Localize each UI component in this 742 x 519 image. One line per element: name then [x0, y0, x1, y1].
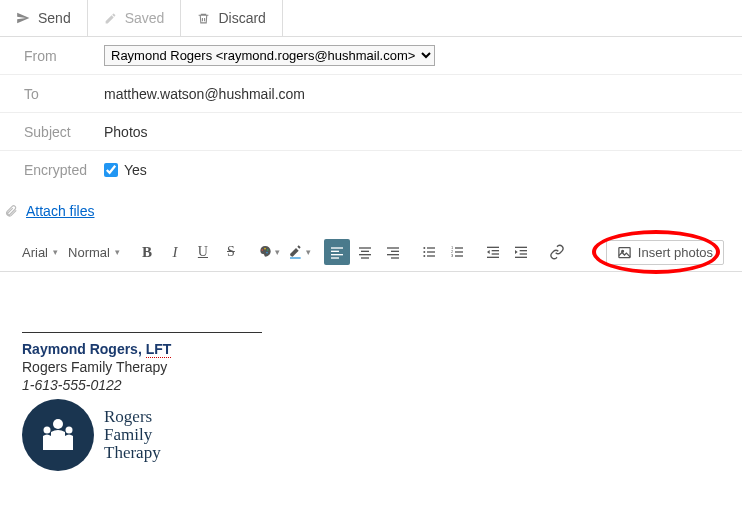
svg-rect-33 — [515, 247, 527, 248]
chevron-down-icon: ▾ — [275, 247, 280, 257]
svg-rect-13 — [387, 247, 399, 248]
svg-rect-8 — [331, 257, 339, 258]
svg-rect-11 — [359, 254, 371, 255]
editor-toolbar: Arial▾ Normal▾ B I U S ▾ ▾ 123 — [0, 233, 742, 272]
align-right-button[interactable] — [380, 239, 406, 265]
svg-rect-10 — [361, 251, 369, 252]
svg-rect-22 — [427, 255, 435, 256]
from-row: From Raymond Rogers <raymond.rogers@hush… — [0, 37, 742, 75]
svg-point-18 — [423, 251, 425, 253]
svg-rect-36 — [515, 257, 527, 258]
svg-point-40 — [44, 427, 51, 434]
outdent-button[interactable] — [480, 239, 506, 265]
svg-rect-20 — [427, 247, 435, 248]
svg-point-2 — [267, 249, 269, 251]
subject-value[interactable]: Photos — [104, 124, 742, 140]
paper-plane-icon — [16, 11, 30, 25]
svg-rect-15 — [387, 254, 399, 255]
to-label: To — [24, 86, 104, 102]
subject-row: Subject Photos — [0, 113, 742, 151]
svg-rect-21 — [427, 251, 435, 252]
svg-rect-26 — [455, 247, 463, 248]
svg-point-41 — [66, 427, 73, 434]
svg-rect-31 — [492, 253, 499, 254]
svg-rect-29 — [487, 247, 499, 248]
trash-icon — [197, 12, 210, 25]
bold-button[interactable]: B — [134, 239, 160, 265]
encrypted-label: Encrypted — [24, 162, 104, 178]
svg-rect-28 — [455, 255, 463, 256]
encrypted-checkbox[interactable] — [104, 163, 118, 177]
chevron-down-icon: ▾ — [53, 247, 58, 257]
saved-button[interactable]: Saved — [88, 0, 182, 36]
to-value[interactable]: matthew.watson@hushmail.com — [104, 86, 742, 102]
subject-label: Subject — [24, 124, 104, 140]
numbered-list-button[interactable]: 123 — [444, 239, 470, 265]
svg-rect-14 — [391, 251, 399, 252]
discard-label: Discard — [218, 10, 265, 26]
svg-rect-34 — [520, 250, 527, 251]
logo-text: Rogers Family Therapy — [104, 408, 161, 462]
svg-point-0 — [261, 249, 263, 251]
svg-rect-32 — [487, 257, 499, 258]
svg-rect-27 — [455, 251, 463, 252]
svg-rect-35 — [520, 253, 527, 254]
signature-company: Rogers Family Therapy — [22, 359, 720, 375]
to-row: To matthew.watson@hushmail.com — [0, 75, 742, 113]
signature-name: Raymond Rogers, LFT — [22, 341, 720, 357]
svg-point-39 — [53, 419, 63, 429]
svg-text:3: 3 — [451, 253, 454, 258]
svg-rect-16 — [391, 257, 399, 258]
insert-photos-highlight: Insert photos — [606, 240, 724, 265]
svg-point-17 — [423, 247, 425, 249]
attach-files-link[interactable]: Attach files — [26, 203, 94, 219]
signature-logo: Rogers Family Therapy — [22, 399, 720, 471]
image-icon — [617, 245, 632, 260]
svg-rect-7 — [331, 254, 343, 255]
encrypted-row: Encrypted Yes — [0, 151, 742, 189]
chevron-down-icon: ▾ — [306, 247, 311, 257]
svg-point-3 — [266, 252, 268, 254]
link-button[interactable] — [544, 239, 570, 265]
svg-rect-12 — [361, 257, 369, 258]
italic-button[interactable]: I — [162, 239, 188, 265]
svg-rect-4 — [290, 257, 301, 258]
saved-label: Saved — [125, 10, 165, 26]
svg-point-1 — [264, 248, 266, 250]
svg-rect-30 — [492, 250, 499, 251]
signature-phone: 1-613-555-0122 — [22, 377, 720, 393]
discard-button[interactable]: Discard — [181, 0, 282, 36]
svg-rect-9 — [359, 247, 371, 248]
attach-row: Attach files — [0, 189, 742, 233]
svg-point-19 — [423, 255, 425, 257]
indent-button[interactable] — [508, 239, 534, 265]
bullet-list-button[interactable] — [416, 239, 442, 265]
svg-rect-5 — [331, 247, 343, 248]
encrypted-checkbox-wrap[interactable]: Yes — [104, 162, 742, 178]
logo-circle-icon — [22, 399, 94, 471]
underline-button[interactable]: U — [190, 239, 216, 265]
align-left-button[interactable] — [324, 239, 350, 265]
insert-photos-label: Insert photos — [638, 245, 713, 260]
paperclip-icon — [4, 204, 18, 218]
from-select[interactable]: Raymond Rogers <raymond.rogers@hushmail.… — [104, 45, 435, 66]
svg-rect-6 — [331, 251, 339, 252]
chevron-down-icon: ▾ — [115, 247, 120, 257]
send-label: Send — [38, 10, 71, 26]
from-label: From — [24, 48, 104, 64]
text-color-button[interactable]: ▾ — [254, 239, 283, 265]
insert-photos-button[interactable]: Insert photos — [606, 240, 724, 265]
signature-divider — [22, 332, 262, 333]
editor-body[interactable]: Raymond Rogers, LFT Rogers Family Therap… — [0, 272, 742, 501]
size-dropdown[interactable]: Normal▾ — [64, 245, 124, 260]
top-action-bar: Send Saved Discard — [0, 0, 742, 37]
svg-point-42 — [56, 436, 61, 441]
highlight-color-button[interactable]: ▾ — [285, 239, 314, 265]
align-center-button[interactable] — [352, 239, 378, 265]
send-button[interactable]: Send — [0, 0, 88, 36]
pencil-icon — [104, 12, 117, 25]
encrypted-yes: Yes — [124, 162, 147, 178]
font-dropdown[interactable]: Arial▾ — [18, 245, 62, 260]
strikethrough-button[interactable]: S — [218, 239, 244, 265]
